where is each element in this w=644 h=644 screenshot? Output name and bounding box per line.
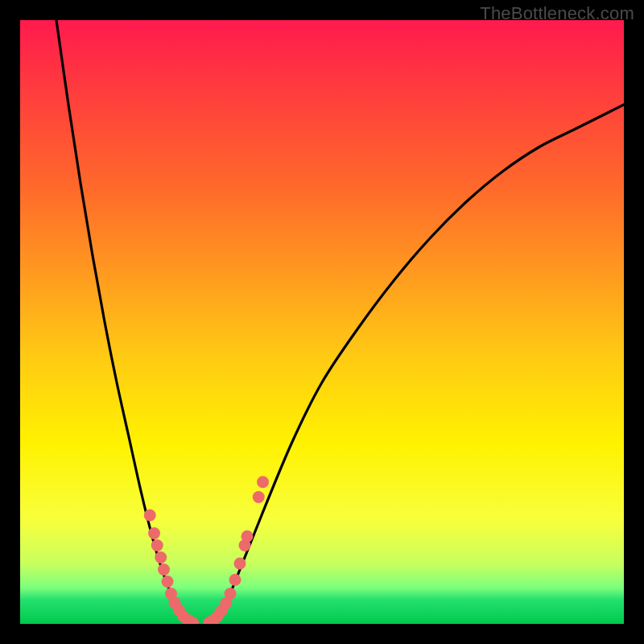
data-point	[148, 527, 160, 539]
data-point	[144, 510, 156, 522]
curve-right-branch	[213, 105, 624, 624]
data-point	[162, 576, 174, 588]
data-point	[229, 574, 242, 586]
chart-svg	[20, 20, 624, 624]
chart-frame	[20, 20, 624, 624]
data-point	[155, 551, 167, 564]
data-point	[234, 558, 246, 570]
curve-left-branch	[56, 20, 189, 624]
data-point	[225, 588, 237, 600]
data-point	[257, 476, 269, 488]
data-point	[253, 491, 265, 503]
data-point	[242, 530, 254, 543]
data-point-markers	[144, 476, 269, 624]
data-point	[151, 539, 163, 551]
data-point	[158, 564, 170, 576]
